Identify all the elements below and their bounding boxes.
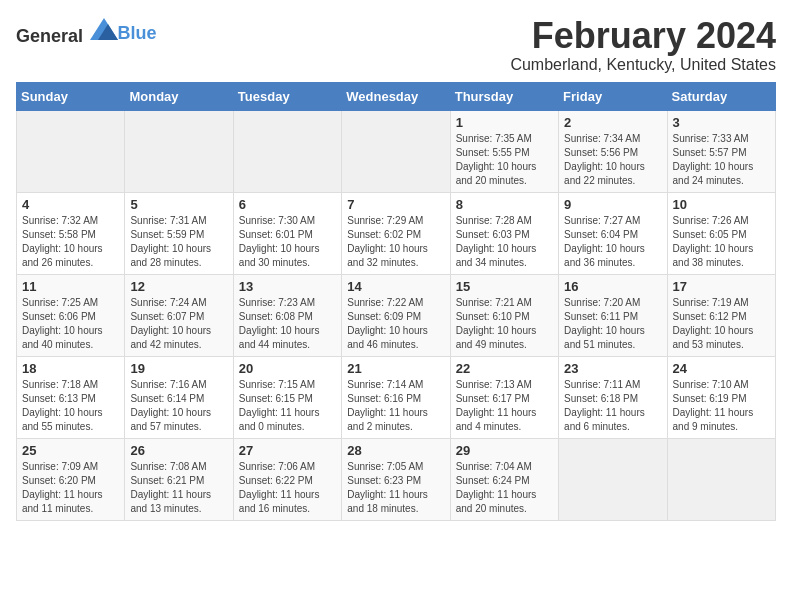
calendar-cell: 27Sunrise: 7:06 AM Sunset: 6:22 PM Dayli…	[233, 438, 341, 520]
weekday-header-thursday: Thursday	[450, 82, 558, 110]
day-number: 7	[347, 197, 444, 212]
calendar-cell: 29Sunrise: 7:04 AM Sunset: 6:24 PM Dayli…	[450, 438, 558, 520]
calendar-cell: 2Sunrise: 7:34 AM Sunset: 5:56 PM Daylig…	[559, 110, 667, 192]
day-number: 2	[564, 115, 661, 130]
day-number: 28	[347, 443, 444, 458]
day-info: Sunrise: 7:31 AM Sunset: 5:59 PM Dayligh…	[130, 214, 227, 270]
calendar-week-row: 4Sunrise: 7:32 AM Sunset: 5:58 PM Daylig…	[17, 192, 776, 274]
calendar-cell	[125, 110, 233, 192]
weekday-header-wednesday: Wednesday	[342, 82, 450, 110]
day-info: Sunrise: 7:25 AM Sunset: 6:06 PM Dayligh…	[22, 296, 119, 352]
calendar-cell: 28Sunrise: 7:05 AM Sunset: 6:23 PM Dayli…	[342, 438, 450, 520]
day-info: Sunrise: 7:10 AM Sunset: 6:19 PM Dayligh…	[673, 378, 770, 434]
day-info: Sunrise: 7:13 AM Sunset: 6:17 PM Dayligh…	[456, 378, 553, 434]
day-info: Sunrise: 7:04 AM Sunset: 6:24 PM Dayligh…	[456, 460, 553, 516]
day-info: Sunrise: 7:34 AM Sunset: 5:56 PM Dayligh…	[564, 132, 661, 188]
calendar-cell: 26Sunrise: 7:08 AM Sunset: 6:21 PM Dayli…	[125, 438, 233, 520]
calendar-cell: 22Sunrise: 7:13 AM Sunset: 6:17 PM Dayli…	[450, 356, 558, 438]
calendar-week-row: 11Sunrise: 7:25 AM Sunset: 6:06 PM Dayli…	[17, 274, 776, 356]
day-info: Sunrise: 7:28 AM Sunset: 6:03 PM Dayligh…	[456, 214, 553, 270]
day-info: Sunrise: 7:22 AM Sunset: 6:09 PM Dayligh…	[347, 296, 444, 352]
day-info: Sunrise: 7:26 AM Sunset: 6:05 PM Dayligh…	[673, 214, 770, 270]
day-number: 20	[239, 361, 336, 376]
calendar-cell: 25Sunrise: 7:09 AM Sunset: 6:20 PM Dayli…	[17, 438, 125, 520]
day-number: 16	[564, 279, 661, 294]
day-number: 26	[130, 443, 227, 458]
day-number: 27	[239, 443, 336, 458]
day-info: Sunrise: 7:20 AM Sunset: 6:11 PM Dayligh…	[564, 296, 661, 352]
weekday-header-tuesday: Tuesday	[233, 82, 341, 110]
calendar-cell	[667, 438, 775, 520]
day-info: Sunrise: 7:24 AM Sunset: 6:07 PM Dayligh…	[130, 296, 227, 352]
day-number: 5	[130, 197, 227, 212]
calendar-week-row: 1Sunrise: 7:35 AM Sunset: 5:55 PM Daylig…	[17, 110, 776, 192]
calendar-cell: 18Sunrise: 7:18 AM Sunset: 6:13 PM Dayli…	[17, 356, 125, 438]
day-info: Sunrise: 7:09 AM Sunset: 6:20 PM Dayligh…	[22, 460, 119, 516]
logo: General Blue	[16, 20, 157, 47]
calendar-cell: 5Sunrise: 7:31 AM Sunset: 5:59 PM Daylig…	[125, 192, 233, 274]
day-number: 21	[347, 361, 444, 376]
day-number: 17	[673, 279, 770, 294]
day-number: 13	[239, 279, 336, 294]
day-number: 25	[22, 443, 119, 458]
calendar-table: SundayMondayTuesdayWednesdayThursdayFrid…	[16, 82, 776, 521]
day-info: Sunrise: 7:29 AM Sunset: 6:02 PM Dayligh…	[347, 214, 444, 270]
calendar-cell: 19Sunrise: 7:16 AM Sunset: 6:14 PM Dayli…	[125, 356, 233, 438]
day-info: Sunrise: 7:19 AM Sunset: 6:12 PM Dayligh…	[673, 296, 770, 352]
calendar-cell: 13Sunrise: 7:23 AM Sunset: 6:08 PM Dayli…	[233, 274, 341, 356]
day-number: 29	[456, 443, 553, 458]
calendar-cell: 7Sunrise: 7:29 AM Sunset: 6:02 PM Daylig…	[342, 192, 450, 274]
day-number: 19	[130, 361, 227, 376]
calendar-cell: 9Sunrise: 7:27 AM Sunset: 6:04 PM Daylig…	[559, 192, 667, 274]
day-info: Sunrise: 7:35 AM Sunset: 5:55 PM Dayligh…	[456, 132, 553, 188]
day-info: Sunrise: 7:27 AM Sunset: 6:04 PM Dayligh…	[564, 214, 661, 270]
day-number: 23	[564, 361, 661, 376]
calendar-cell	[17, 110, 125, 192]
day-info: Sunrise: 7:23 AM Sunset: 6:08 PM Dayligh…	[239, 296, 336, 352]
day-number: 11	[22, 279, 119, 294]
page-title: February 2024	[510, 16, 776, 56]
calendar-cell: 1Sunrise: 7:35 AM Sunset: 5:55 PM Daylig…	[450, 110, 558, 192]
calendar-cell: 11Sunrise: 7:25 AM Sunset: 6:06 PM Dayli…	[17, 274, 125, 356]
day-number: 15	[456, 279, 553, 294]
day-number: 3	[673, 115, 770, 130]
calendar-cell: 15Sunrise: 7:21 AM Sunset: 6:10 PM Dayli…	[450, 274, 558, 356]
weekday-header-sunday: Sunday	[17, 82, 125, 110]
calendar-cell: 8Sunrise: 7:28 AM Sunset: 6:03 PM Daylig…	[450, 192, 558, 274]
day-number: 6	[239, 197, 336, 212]
calendar-week-row: 25Sunrise: 7:09 AM Sunset: 6:20 PM Dayli…	[17, 438, 776, 520]
calendar-cell: 16Sunrise: 7:20 AM Sunset: 6:11 PM Dayli…	[559, 274, 667, 356]
day-info: Sunrise: 7:06 AM Sunset: 6:22 PM Dayligh…	[239, 460, 336, 516]
calendar-cell: 23Sunrise: 7:11 AM Sunset: 6:18 PM Dayli…	[559, 356, 667, 438]
calendar-cell: 21Sunrise: 7:14 AM Sunset: 6:16 PM Dayli…	[342, 356, 450, 438]
day-info: Sunrise: 7:08 AM Sunset: 6:21 PM Dayligh…	[130, 460, 227, 516]
day-info: Sunrise: 7:14 AM Sunset: 6:16 PM Dayligh…	[347, 378, 444, 434]
calendar-week-row: 18Sunrise: 7:18 AM Sunset: 6:13 PM Dayli…	[17, 356, 776, 438]
calendar-cell: 20Sunrise: 7:15 AM Sunset: 6:15 PM Dayli…	[233, 356, 341, 438]
weekday-header-row: SundayMondayTuesdayWednesdayThursdayFrid…	[17, 82, 776, 110]
calendar-cell	[559, 438, 667, 520]
day-number: 1	[456, 115, 553, 130]
day-info: Sunrise: 7:15 AM Sunset: 6:15 PM Dayligh…	[239, 378, 336, 434]
page-subtitle: Cumberland, Kentucky, United States	[510, 56, 776, 74]
day-number: 12	[130, 279, 227, 294]
day-number: 10	[673, 197, 770, 212]
calendar-cell: 14Sunrise: 7:22 AM Sunset: 6:09 PM Dayli…	[342, 274, 450, 356]
day-info: Sunrise: 7:30 AM Sunset: 6:01 PM Dayligh…	[239, 214, 336, 270]
logo-general: General	[16, 26, 83, 46]
day-info: Sunrise: 7:11 AM Sunset: 6:18 PM Dayligh…	[564, 378, 661, 434]
title-area: February 2024 Cumberland, Kentucky, Unit…	[510, 16, 776, 74]
day-info: Sunrise: 7:33 AM Sunset: 5:57 PM Dayligh…	[673, 132, 770, 188]
calendar-cell	[342, 110, 450, 192]
page-header: General Blue February 2024 Cumberland, K…	[16, 16, 776, 74]
day-number: 24	[673, 361, 770, 376]
calendar-cell: 10Sunrise: 7:26 AM Sunset: 6:05 PM Dayli…	[667, 192, 775, 274]
day-number: 4	[22, 197, 119, 212]
day-info: Sunrise: 7:05 AM Sunset: 6:23 PM Dayligh…	[347, 460, 444, 516]
day-info: Sunrise: 7:18 AM Sunset: 6:13 PM Dayligh…	[22, 378, 119, 434]
logo-icon	[90, 18, 118, 40]
day-info: Sunrise: 7:16 AM Sunset: 6:14 PM Dayligh…	[130, 378, 227, 434]
day-number: 18	[22, 361, 119, 376]
calendar-cell: 12Sunrise: 7:24 AM Sunset: 6:07 PM Dayli…	[125, 274, 233, 356]
day-number: 22	[456, 361, 553, 376]
